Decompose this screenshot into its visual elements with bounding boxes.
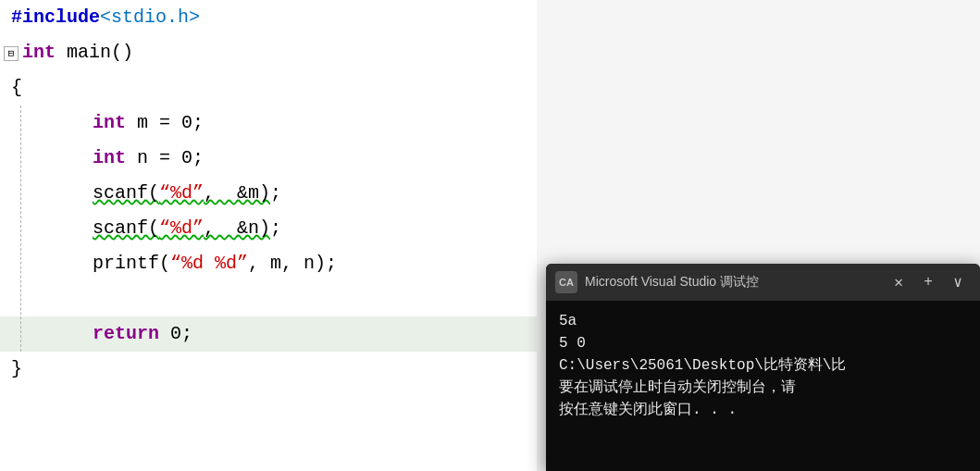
- code-line-blank: [0, 281, 537, 316]
- code-line-int-n: int n = 0;: [0, 141, 537, 176]
- scanf-m-call: scanf(: [93, 176, 159, 211]
- return-val: 0;: [159, 316, 192, 352]
- var-n-decl: n = 0;: [126, 141, 204, 176]
- scanf-m-semi: ;: [270, 176, 281, 211]
- code-line-int-m: int m = 0;: [0, 105, 537, 141]
- code-line-include: #include<stdio.h>: [0, 0, 537, 35]
- code-line-scanf-m: scanf(“%d”, &m);: [0, 176, 537, 211]
- code-line-brace-close: }: [0, 352, 537, 387]
- printf-fmt: “%d %d”: [170, 246, 248, 281]
- terminal-body: 5a 5 0 C:\Users\25061\Desktop\比特资料\比 要在调…: [546, 301, 980, 471]
- code-line-printf: printf(“%d %d”, m, n);: [0, 246, 537, 281]
- keyword-int-m: int: [93, 105, 126, 141]
- keyword-int-main: int: [22, 35, 56, 70]
- brace-open: {: [11, 70, 22, 105]
- terminal-line-5: 按任意键关闭此窗口. . .: [559, 399, 967, 421]
- scanf-n-arg: , &n): [204, 211, 270, 246]
- code-line-main: ⊟ int main(): [0, 35, 537, 70]
- fn-main: main(): [56, 35, 133, 70]
- scanf-m-arg: , &m): [204, 176, 270, 211]
- scanf-m-fmt: “%d”: [159, 176, 204, 211]
- terminal-app-icon: CA: [555, 271, 577, 293]
- printf-call: printf(: [93, 246, 170, 281]
- terminal-titlebar: CA Microsoft Visual Studio 调试控 ✕ + ∨: [546, 264, 980, 301]
- keyword-return: return: [93, 316, 159, 352]
- terminal-title: Microsoft Visual Studio 调试控: [585, 274, 878, 291]
- terminal-chevron-button[interactable]: ∨: [945, 269, 971, 295]
- include-header: <stdio.h>: [100, 0, 200, 35]
- scanf-n-semi: ;: [270, 211, 281, 246]
- keyword-int-n: int: [93, 141, 126, 176]
- code-line-brace-open: {: [0, 70, 537, 105]
- var-m-decl: m = 0;: [126, 105, 204, 141]
- include-keyword: #include: [11, 0, 100, 35]
- code-line-return: return 0;: [0, 316, 537, 352]
- code-editor: #include<stdio.h> ⊟ int main() { int m =…: [0, 0, 537, 471]
- terminal-line-4: 要在调试停止时自动关闭控制台，请: [559, 377, 967, 399]
- brace-close: }: [11, 352, 22, 387]
- terminal-window: CA Microsoft Visual Studio 调试控 ✕ + ∨ 5a …: [546, 264, 980, 471]
- code-line-scanf-n: scanf(“%d”, &n);: [0, 211, 537, 246]
- printf-args: , m, n);: [248, 246, 337, 281]
- fold-button[interactable]: ⊟: [4, 46, 19, 61]
- terminal-line-3: C:\Users\25061\Desktop\比特资料\比: [559, 354, 967, 377]
- terminal-line-2: 5 0: [559, 332, 967, 354]
- terminal-controls: ✕ + ∨: [886, 269, 971, 295]
- terminal-close-button[interactable]: ✕: [886, 269, 912, 295]
- terminal-add-button[interactable]: +: [915, 269, 941, 295]
- scanf-n-fmt: “%d”: [159, 211, 204, 246]
- right-panel-background: [537, 0, 980, 264]
- terminal-line-1: 5a: [559, 310, 967, 332]
- scanf-n-call: scanf(: [93, 211, 159, 246]
